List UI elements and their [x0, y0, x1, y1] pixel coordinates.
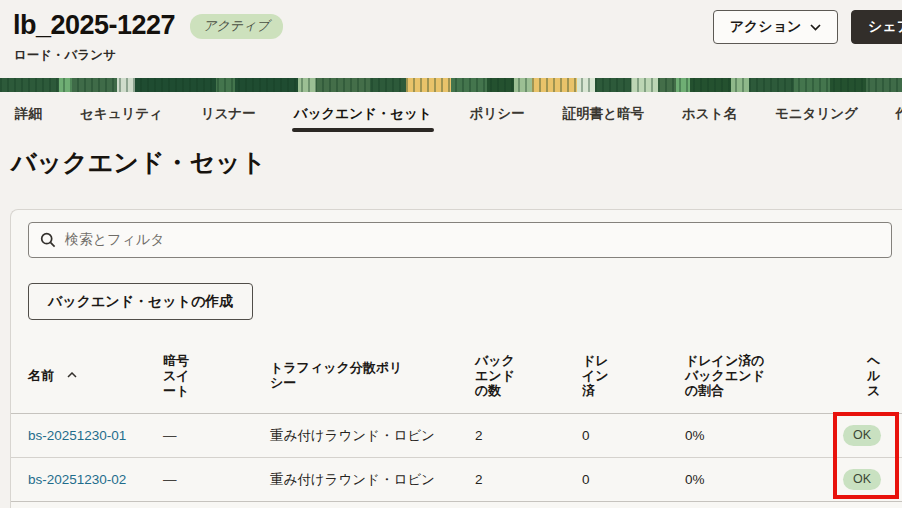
tab-security[interactable]: セキュリティ: [80, 92, 163, 135]
share-button[interactable]: シェア: [851, 10, 902, 44]
tab-work-requests[interactable]: 作業: [896, 92, 902, 135]
tab-bar: 詳細 セキュリティ リスナー バックエンド・セット ポリシー 証明書と暗号 ホス…: [0, 92, 902, 135]
tab-details[interactable]: 詳細: [15, 92, 42, 135]
column-header-health: ヘルス: [843, 353, 902, 398]
tab-host-names[interactable]: ホスト名: [682, 92, 737, 135]
page-header: lb_2025-1227 アクティブ ロード・バランサ アクション シェア: [0, 0, 902, 78]
search-icon: [40, 232, 56, 248]
decorative-banner: [0, 78, 902, 92]
table-header-row: 名前 暗号スイート トラフィック分散ポリシー バックエンドの数 ドレイン済 ドレ…: [11, 337, 902, 414]
backend-count-cell: 2: [475, 472, 582, 487]
backend-sets-panel: 検索とフィルタ バックエンド・セットの作成 名前 暗号スイート トラフィック分散…: [10, 209, 902, 508]
drained-percent-cell: 0%: [685, 428, 843, 443]
column-header-cipher-suite: 暗号スイート: [163, 353, 270, 398]
column-header-drained: ドレイン済: [582, 353, 685, 398]
column-header-drained-percent: ドレイン済のバックエンドの割合: [685, 353, 843, 398]
tab-policies[interactable]: ポリシー: [470, 92, 525, 135]
status-badge: アクティブ: [190, 14, 283, 39]
traffic-policy-cell: 重み付けラウンド・ロビン: [270, 427, 475, 445]
sort-ascending-icon: [67, 372, 77, 378]
drained-cell: 0: [582, 472, 685, 487]
section-heading: バックエンド・セット: [11, 146, 266, 179]
tab-listeners[interactable]: リスナー: [201, 92, 256, 135]
search-input[interactable]: 検索とフィルタ: [28, 222, 892, 258]
chevron-down-icon: [810, 24, 821, 31]
actions-button[interactable]: アクション: [713, 10, 838, 44]
backend-set-link[interactable]: bs-20251230-02: [28, 472, 126, 487]
share-button-label: シェア: [868, 18, 902, 36]
column-header-backend-count: バックエンドの数: [475, 353, 582, 398]
page-title: lb_2025-1227: [13, 10, 175, 40]
health-ok-badge: OK: [843, 469, 881, 490]
table-row: bs-20251230-01 — 重み付けラウンド・ロビン 2 0 0% OK: [11, 414, 902, 458]
tab-certificates-and-ciphers[interactable]: 証明書と暗号: [563, 92, 644, 135]
traffic-policy-cell: 重み付けラウンド・ロビン: [270, 471, 475, 489]
cipher-suite-cell: —: [163, 428, 270, 443]
create-backend-set-button[interactable]: バックエンド・セットの作成: [28, 283, 253, 320]
tab-monitoring[interactable]: モニタリング: [775, 92, 858, 135]
drained-cell: 0: [582, 428, 685, 443]
column-header-traffic-policy: トラフィック分散ポリシー: [270, 360, 475, 390]
table-row: bs-20251230-02 — 重み付けラウンド・ロビン 2 0 0% OK: [11, 458, 902, 502]
backend-count-cell: 2: [475, 428, 582, 443]
column-header-name[interactable]: 名前: [28, 368, 163, 383]
health-ok-badge: OK: [843, 425, 881, 446]
backend-sets-table: 名前 暗号スイート トラフィック分散ポリシー バックエンドの数 ドレイン済 ドレ…: [11, 337, 902, 502]
search-placeholder: 検索とフィルタ: [65, 231, 165, 249]
drained-percent-cell: 0%: [685, 472, 843, 487]
backend-set-link[interactable]: bs-20251230-01: [28, 428, 126, 443]
actions-button-label: アクション: [730, 18, 802, 36]
tab-backend-sets[interactable]: バックエンド・セット: [294, 92, 432, 135]
cipher-suite-cell: —: [163, 472, 270, 487]
